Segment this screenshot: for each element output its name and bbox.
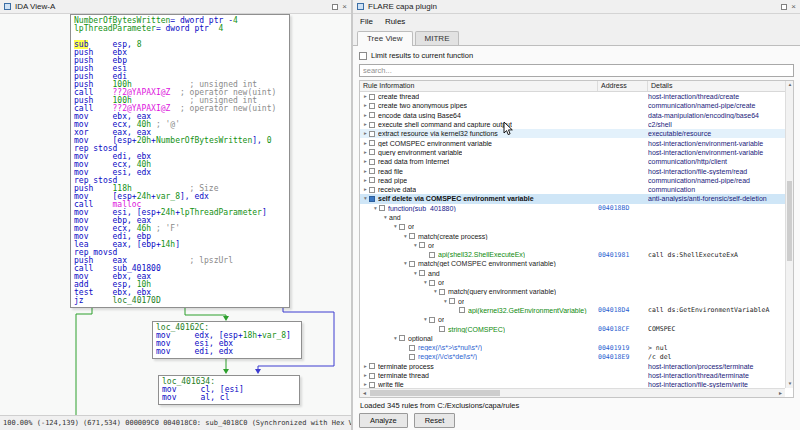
scroll-down-icon[interactable]: ▼	[786, 380, 794, 388]
rule-checkbox[interactable]	[369, 363, 375, 369]
expand-icon[interactable]: ▸	[362, 167, 369, 176]
collapse-icon[interactable]: ▾	[392, 334, 399, 343]
rule-row[interactable]: ▾or	[360, 297, 785, 306]
rule-checkbox[interactable]	[369, 382, 375, 388]
tab-tree-view[interactable]: Tree View	[357, 31, 413, 46]
rule-row[interactable]: ▾and	[360, 213, 785, 222]
rule-checkbox[interactable]	[429, 317, 435, 323]
tab-mitre[interactable]: MITRE	[415, 31, 460, 45]
close-icon[interactable]: ×	[342, 3, 347, 11]
collapse-icon[interactable]: ▾	[412, 241, 419, 250]
collapse-icon[interactable]: ▾	[362, 194, 369, 203]
scroll-up-icon[interactable]: ▲	[786, 81, 794, 89]
expand-icon[interactable]: ▸	[362, 101, 369, 110]
rule-checkbox[interactable]	[399, 224, 405, 230]
hscroll-thumb[interactable]	[370, 390, 500, 396]
expand-icon[interactable]: ▸	[362, 120, 369, 129]
rule-checkbox[interactable]	[419, 270, 425, 276]
rule-row[interactable]: ▾or	[360, 222, 785, 231]
rule-checkbox[interactable]	[369, 94, 375, 100]
rule-checkbox[interactable]	[409, 261, 415, 267]
rule-row[interactable]: ▸create threadhost-interaction/thread/cr…	[360, 92, 785, 101]
expand-icon[interactable]: ▸	[362, 157, 369, 166]
limit-checkbox-row[interactable]: Limit results to current function	[359, 49, 794, 62]
expand-icon[interactable]: ▸	[362, 129, 369, 138]
undock-icon[interactable]	[781, 4, 787, 10]
expand-icon[interactable]: ▸	[362, 148, 369, 157]
collapse-icon[interactable]: ▾	[392, 222, 399, 231]
menu-rules[interactable]: Rules	[385, 17, 405, 26]
collapse-icon[interactable]: ▾	[402, 259, 409, 268]
rule-row[interactable]: ▾match(create process)	[360, 231, 785, 240]
rule-checkbox[interactable]	[369, 112, 375, 118]
rule-checkbox[interactable]	[369, 149, 375, 155]
rule-row[interactable]: regex(/\/c\s*del\s*/)004018E9/c del	[360, 352, 785, 361]
rule-checkbox[interactable]	[399, 335, 405, 341]
expand-icon[interactable]: ▸	[362, 380, 369, 388]
collapse-icon[interactable]: ▾	[442, 297, 449, 306]
collapse-icon[interactable]: ▾	[402, 232, 409, 241]
rule-row[interactable]: ▸execute shell command and capture outpu…	[360, 120, 785, 129]
rule-checkbox[interactable]	[369, 168, 375, 174]
rule-row[interactable]: ▸write filehost-interaction/file-system/…	[360, 380, 785, 388]
rule-row[interactable]: ▾or	[360, 278, 785, 287]
rule-row[interactable]: ▾or	[360, 315, 785, 324]
analyze-button[interactable]: Analyze	[359, 413, 408, 428]
scroll-left-icon[interactable]: ◄	[360, 389, 369, 397]
rule-row[interactable]: ▸read filehost-interaction/file-system/r…	[360, 166, 785, 175]
rule-row[interactable]: ▸get COMSPEC environment variablehost-in…	[360, 138, 785, 147]
rule-checkbox[interactable]	[369, 103, 375, 109]
collapse-icon[interactable]: ▾	[372, 204, 379, 213]
rule-row[interactable]: api(kernel32.GetEnvironmentVariable)0040…	[360, 306, 785, 315]
rule-row[interactable]: ▸extract resource via kernel32 functions…	[360, 129, 785, 138]
column-header[interactable]: Details	[648, 81, 785, 91]
rule-row[interactable]: regex(/\s*>\s*nul\s*/)00401919> nul	[360, 343, 785, 352]
rule-row[interactable]: string(COMSPEC)004018CFCOMSPEC	[360, 324, 785, 333]
capa-titlebar[interactable]: FLARE capa plugin ×	[353, 0, 800, 14]
column-header[interactable]: Rule Information	[360, 81, 598, 91]
expand-icon[interactable]: ▸	[362, 111, 369, 120]
vscroll-thumb[interactable]	[787, 181, 792, 261]
rule-checkbox[interactable]	[429, 252, 435, 258]
reset-button[interactable]: Reset	[414, 413, 456, 428]
column-header[interactable]: Address	[598, 81, 648, 91]
limit-checkbox[interactable]	[359, 52, 367, 60]
rule-checkbox[interactable]	[429, 280, 435, 286]
collapse-icon[interactable]: ▾	[382, 213, 389, 222]
rule-checkbox[interactable]	[439, 326, 445, 332]
expand-icon[interactable]: ▸	[362, 176, 369, 185]
rule-checkbox[interactable]	[379, 205, 385, 211]
rule-checkbox[interactable]	[369, 187, 375, 193]
collapse-icon[interactable]: ▾	[432, 287, 439, 296]
rule-row[interactable]: ▾optional	[360, 334, 785, 343]
vertical-scrollbar[interactable]: ▲ ▼	[785, 81, 793, 388]
rule-row[interactable]: ▾or	[360, 241, 785, 250]
rule-checkbox[interactable]	[369, 177, 375, 183]
rule-checkbox[interactable]	[369, 122, 375, 128]
expand-icon[interactable]: ▸	[362, 371, 369, 380]
scroll-right-icon[interactable]: ►	[776, 389, 785, 397]
rule-row[interactable]: ▸terminate threadhost-interaction/thread…	[360, 371, 785, 380]
graph-view[interactable]: NumberOfBytesWritten= dword ptr -4lpThre…	[0, 14, 351, 415]
rule-checkbox[interactable]	[449, 298, 455, 304]
rule-checkbox[interactable]	[409, 354, 415, 360]
rule-row[interactable]: ▾function(sub_401880)004018BD	[360, 204, 785, 213]
collapse-icon[interactable]: ▾	[422, 315, 429, 324]
rule-row[interactable]: ▸receive datacommunication	[360, 185, 785, 194]
rule-row[interactable]: ▸read pipecommunication/named-pipe/read	[360, 176, 785, 185]
rule-checkbox[interactable]	[439, 289, 445, 295]
rule-row[interactable]: ▾match(query environment variable)	[360, 287, 785, 296]
rule-row[interactable]: ▸encode data using Base64data-manipulati…	[360, 111, 785, 120]
expand-icon[interactable]: ▸	[362, 362, 369, 371]
rule-checkbox[interactable]	[409, 233, 415, 239]
collapse-icon[interactable]: ▾	[412, 269, 419, 278]
undock-icon[interactable]	[332, 4, 338, 10]
rule-checkbox[interactable]	[419, 242, 425, 248]
menu-file[interactable]: File	[360, 17, 373, 26]
rule-row[interactable]: ▸read data from Internetcommunication/ht…	[360, 157, 785, 166]
basic-block[interactable]: NumberOfBytesWritten= dword ptr -4lpThre…	[70, 14, 290, 308]
rule-checkbox[interactable]	[369, 373, 375, 379]
rule-row[interactable]: api(shell32.ShellExecuteEx)00401981call …	[360, 250, 785, 259]
rule-checkbox[interactable]	[369, 140, 375, 146]
rule-row[interactable]: ▾and	[360, 269, 785, 278]
